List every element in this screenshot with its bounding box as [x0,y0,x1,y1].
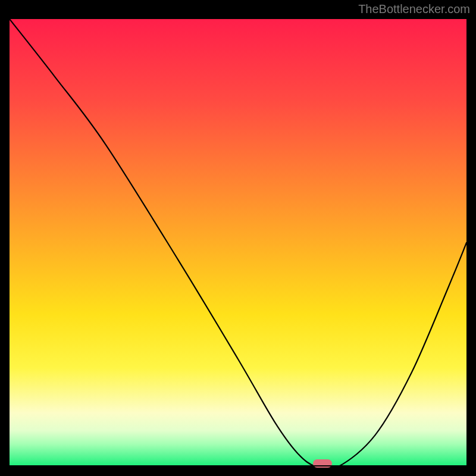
curve-path [10,19,466,466]
chart-frame: TheBottlenecker.com [0,0,476,476]
optimum-marker [313,459,332,468]
plot-area [10,19,466,466]
x-axis [10,465,466,466]
attribution-text: TheBottlenecker.com [358,2,470,16]
bottleneck-curve [10,19,466,466]
